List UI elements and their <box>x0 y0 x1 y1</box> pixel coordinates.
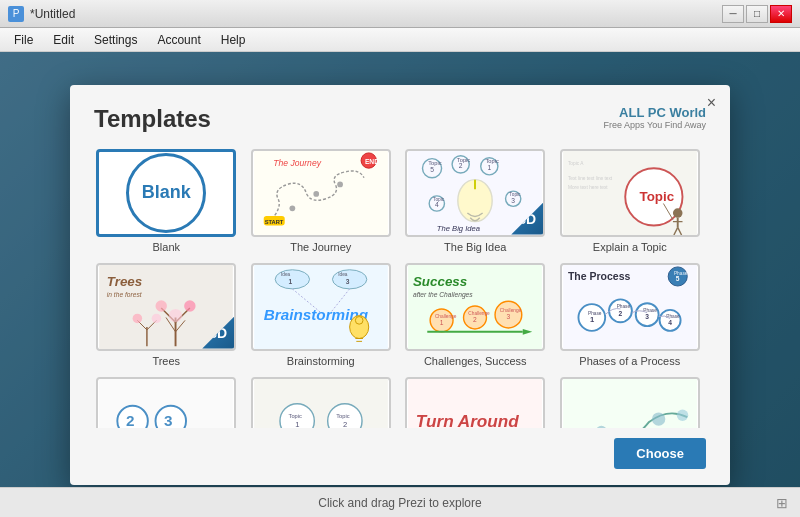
svg-text:START: START <box>264 218 283 224</box>
template-process[interactable]: The Process Phase 5 Phase 1 Phase 2 <box>558 263 703 367</box>
svg-text:3: 3 <box>512 196 516 203</box>
svg-text:The Big Idea: The Big Idea <box>437 224 480 233</box>
template-challenges-label: Challenges, Success <box>424 355 527 367</box>
template-challenges-thumb: Success after the Challenges Challenge 1… <box>405 263 545 351</box>
svg-text:Text line text line text: Text line text line text <box>568 175 613 180</box>
template-turnaround-thumb: Turn Around <box>405 377 545 428</box>
svg-text:Idea: Idea <box>281 272 291 277</box>
logo-name: ALL PC World <box>619 105 706 120</box>
menu-account[interactable]: Account <box>147 28 210 51</box>
template-journey[interactable]: The Journey END START <box>249 149 394 253</box>
svg-text:2: 2 <box>618 309 622 316</box>
svg-rect-105 <box>254 379 388 428</box>
svg-text:2: 2 <box>343 419 347 427</box>
svg-text:after the Challenges: after the Challenges <box>413 290 473 298</box>
brainstorming-svg: Idea 1 Idea 3 Brainstorming <box>253 265 389 349</box>
svg-text:in the forest: in the forest <box>107 291 143 298</box>
process-svg: The Process Phase 5 Phase 1 Phase 2 <box>562 265 698 349</box>
menu-bar: File Edit Settings Account Help <box>0 28 800 52</box>
template-trees[interactable]: Trees in the forest <box>94 263 239 367</box>
minimize-button[interactable]: ─ <box>722 5 744 23</box>
svg-point-6 <box>289 205 295 211</box>
svg-text:The Process: The Process <box>568 270 631 282</box>
svg-rect-114 <box>563 379 697 428</box>
template-bigidea[interactable]: Topic 5 Topic 2 Topic 1 <box>403 149 548 253</box>
status-text: Click and drag Prezi to explore <box>318 496 481 510</box>
journey-svg: The Journey END START <box>253 151 389 235</box>
nature-svg <box>562 379 698 428</box>
template-process-thumb: The Process Phase 5 Phase 1 Phase 2 <box>560 263 700 351</box>
svg-text:The Journey: The Journey <box>273 158 321 168</box>
turnaround-svg: Turn Around <box>407 379 543 428</box>
svg-point-51 <box>156 300 167 311</box>
modal-overlay: Templates ALL PC World Free Apps You Fin… <box>0 52 800 517</box>
template-brainstorming[interactable]: Idea 1 Idea 3 Brainstorming <box>249 263 394 367</box>
topic-svg: Topic A Text line text line text More te… <box>562 151 698 235</box>
template-numbered[interactable]: 2 3 <box>94 377 239 428</box>
template-nature-thumb <box>560 377 700 428</box>
svg-point-8 <box>337 181 343 187</box>
app-icon: P <box>8 6 24 22</box>
template-blank-thumb: Blank <box>96 149 236 237</box>
template-topic2[interactable]: Topic 1 Topic 2 <box>249 377 394 428</box>
menu-file[interactable]: File <box>4 28 43 51</box>
svg-text:1: 1 <box>288 278 292 285</box>
svg-text:4: 4 <box>435 201 439 208</box>
template-turnaround[interactable]: Turn Around Turn Around <box>403 377 548 428</box>
svg-text:Challenge: Challenge <box>469 310 491 315</box>
prezi-icon: ⊞ <box>776 495 788 511</box>
title-bar-left: P *Untitled <box>8 6 75 22</box>
template-journey-thumb: The Journey END START <box>251 149 391 237</box>
menu-edit[interactable]: Edit <box>43 28 84 51</box>
modal-header: Templates ALL PC World Free Apps You Fin… <box>94 105 706 133</box>
template-topic[interactable]: Topic A Text line text line text More te… <box>558 149 703 253</box>
svg-text:Success: Success <box>413 274 467 289</box>
template-topic2-thumb: Topic 1 Topic 2 <box>251 377 391 428</box>
svg-text:1: 1 <box>590 315 595 324</box>
template-process-label: Phases of a Process <box>579 355 680 367</box>
window-controls[interactable]: ─ □ ✕ <box>722 5 792 23</box>
choose-button[interactable]: Choose <box>614 438 706 469</box>
svg-text:2: 2 <box>473 316 477 323</box>
maximize-button[interactable]: □ <box>746 5 768 23</box>
svg-text:More text here text: More text here text <box>568 185 608 190</box>
status-bar: Click and drag Prezi to explore ⊞ <box>0 487 800 517</box>
choose-btn-container: Choose <box>94 438 706 469</box>
svg-text:1: 1 <box>488 164 492 171</box>
app-background: Templates ALL PC World Free Apps You Fin… <box>0 52 800 517</box>
templates-grid: Blank Blank The Journey END <box>94 149 706 428</box>
template-nature[interactable] <box>558 377 703 428</box>
template-brainstorming-label: Brainstorming <box>287 355 355 367</box>
svg-text:Turn Around: Turn Around <box>416 410 520 427</box>
svg-text:3: 3 <box>645 313 649 320</box>
template-blank[interactable]: Blank Blank <box>94 149 239 253</box>
svg-text:2: 2 <box>459 162 463 169</box>
svg-text:5: 5 <box>676 275 680 282</box>
svg-text:Topic: Topic <box>288 413 301 419</box>
svg-text:3: 3 <box>164 411 173 427</box>
template-trees-thumb: Trees in the forest <box>96 263 236 351</box>
template-bigidea-thumb: Topic 5 Topic 2 Topic 1 <box>405 149 545 237</box>
svg-text:Topic: Topic <box>639 188 674 203</box>
template-journey-label: The Journey <box>290 241 351 253</box>
menu-help[interactable]: Help <box>211 28 256 51</box>
svg-text:3: 3 <box>346 278 350 285</box>
template-topic-thumb: Topic A Text line text line text More te… <box>560 149 700 237</box>
svg-point-117 <box>652 412 665 425</box>
template-trees-label: Trees <box>152 355 180 367</box>
blank-circle: Blank <box>126 153 206 233</box>
logo-sub: Free Apps You Find Away <box>604 120 706 130</box>
templates-modal: Templates ALL PC World Free Apps You Fin… <box>70 85 730 485</box>
close-button[interactable]: ✕ <box>770 5 792 23</box>
template-challenges[interactable]: Success after the Challenges Challenge 1… <box>403 263 548 367</box>
svg-text:Challenge: Challenge <box>435 313 457 318</box>
svg-point-65 <box>355 316 363 324</box>
modal-close-button[interactable]: × <box>707 95 716 111</box>
svg-text:1: 1 <box>440 319 444 326</box>
template-topic-label: Explain a Topic <box>593 241 667 253</box>
svg-point-7 <box>313 191 319 197</box>
svg-point-55 <box>152 313 162 323</box>
svg-text:Idea: Idea <box>338 272 348 277</box>
template-blank-label: Blank <box>152 241 180 253</box>
menu-settings[interactable]: Settings <box>84 28 147 51</box>
